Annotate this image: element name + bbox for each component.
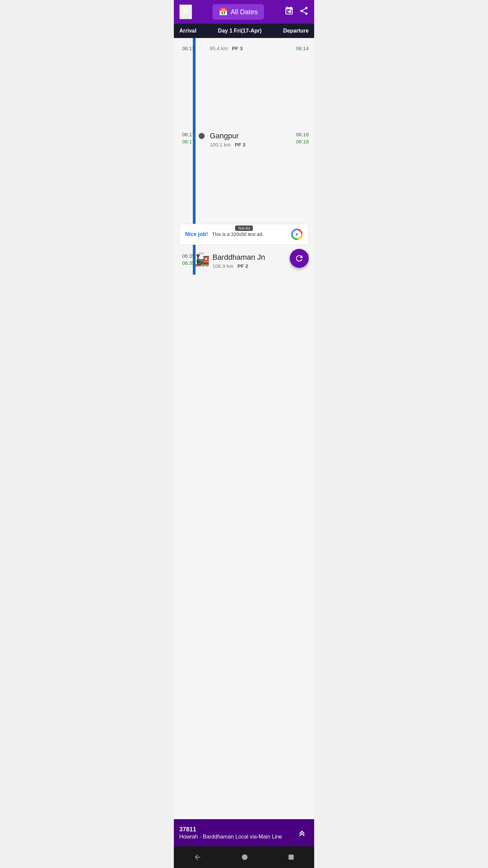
- station-info: 95.4 km PF 3: [207, 45, 288, 51]
- scheduled-arrival: 06:13: [182, 45, 195, 51]
- day-bar: Arrival Day 1 Fri(17-Apr) Departure: [174, 24, 314, 38]
- station-platform: PF 2: [238, 263, 248, 269]
- train-info: 37811 Howrah - Barddhaman Local via-Main…: [179, 826, 282, 840]
- station-dot-area: [198, 47, 206, 49]
- svg-rect-4: [288, 855, 293, 860]
- actual-departure: 06:14: [296, 45, 309, 51]
- calendar-icon: 📅: [219, 7, 228, 16]
- header-title: All Dates: [230, 8, 258, 16]
- station-platform: PF 3: [235, 142, 246, 147]
- seat-button[interactable]: [284, 6, 294, 18]
- train-name: Howrah - Barddhaman Local via-Main Line: [179, 834, 282, 840]
- svg-point-2: [296, 233, 298, 235]
- station-info: Barddhaman Jn 106.9 km PF 2: [207, 253, 288, 269]
- departure-label: Departure: [283, 28, 309, 34]
- share-button[interactable]: [299, 6, 309, 18]
- arrival-label: Arrival: [179, 28, 197, 34]
- nav-back-button[interactable]: [185, 850, 210, 864]
- app-header: 📅 All Dates: [174, 0, 314, 24]
- nav-recents-button[interactable]: [280, 851, 303, 863]
- expand-button[interactable]: [295, 826, 309, 840]
- ad-title: Nice job!: [185, 231, 208, 237]
- station-distance: 106.9 km: [212, 263, 233, 269]
- scheduled-arrival: 06:17: [182, 132, 195, 137]
- actual-arrival: 06:35: [182, 260, 195, 266]
- station-distance: 95.4 km: [210, 45, 228, 51]
- ad-description: This is a 320x50 test ad.: [212, 232, 287, 237]
- departure-times: 06:18 06:18: [288, 132, 309, 144]
- nav-bar: [174, 846, 314, 868]
- nav-home-button[interactable]: [233, 851, 256, 863]
- station-name: Gangpur: [210, 132, 288, 140]
- station-details: 95.4 km PF 3: [210, 45, 288, 51]
- ad-logo: [291, 228, 303, 240]
- back-button[interactable]: [179, 4, 192, 19]
- station-info: Gangpur 100.1 km PF 3: [207, 132, 288, 147]
- train-icon: 🚂: [194, 253, 210, 266]
- header-actions: [284, 6, 309, 18]
- day-date: Day 1 Fri(17-Apr): [218, 28, 262, 34]
- svg-point-3: [242, 854, 248, 860]
- station-list: 06:13 95.4 km PF 3 06:14 06:17 06:17: [174, 38, 314, 275]
- refresh-button[interactable]: [290, 249, 309, 268]
- ad-label: Test Ad: [235, 225, 253, 231]
- station-dot: [199, 133, 205, 139]
- ad-banner: Test Ad Nice job! This is a 320x50 test …: [179, 224, 309, 245]
- arrival-times: 06:17 06:17: [179, 132, 196, 144]
- station-dot-area: [198, 132, 206, 139]
- station-dot-area: 🚂: [198, 253, 206, 266]
- station-name: Barddhaman Jn: [212, 253, 288, 262]
- main-content: 06:13 95.4 km PF 3 06:14 06:17 06:17: [174, 38, 314, 819]
- train-number: 37811: [179, 826, 282, 833]
- departure-times: 06:14: [288, 45, 309, 51]
- actual-departure: 06:18: [296, 139, 309, 144]
- actual-arrival: 06:17: [182, 139, 195, 144]
- station-platform: PF 3: [232, 45, 243, 51]
- all-dates-button[interactable]: 📅 All Dates: [212, 4, 264, 20]
- station-distance: 100.1 km: [210, 142, 231, 147]
- arrival-times: 06:13: [179, 45, 196, 51]
- bottom-info-bar: 37811 Howrah - Barddhaman Local via-Main…: [174, 819, 314, 846]
- station-details: 106.9 km PF 2: [212, 263, 288, 269]
- station-details: 100.1 km PF 3: [210, 142, 288, 147]
- scheduled-arrival: 06:35: [182, 253, 195, 259]
- scheduled-departure: 06:18: [296, 132, 309, 137]
